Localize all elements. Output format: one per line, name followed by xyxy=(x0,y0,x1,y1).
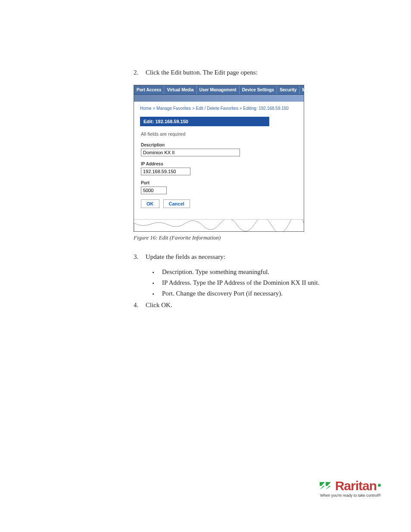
bullet-3-text: Port. Change the discovery Port (if nece… xyxy=(162,290,377,297)
bullet-description: ▪ Description. Type something meaningful… xyxy=(153,268,377,276)
edit-page-screenshot: Port Access Virtual Media User Managemen… xyxy=(134,85,304,232)
cancel-button[interactable]: Cancel xyxy=(163,199,190,208)
button-row: OK Cancel xyxy=(141,199,297,208)
step-2-text: Click the Edit button. The Edit page ope… xyxy=(146,69,377,76)
breadcrumb: Home > Manage Favorites > Edit / Delete … xyxy=(134,102,304,117)
step-3-text: Update the fields as necessary: xyxy=(146,253,377,261)
raritan-logo-icon xyxy=(318,479,335,492)
bullet-2-text: IP Address. Type the IP Address of the D… xyxy=(162,279,377,286)
tab-virtual-media[interactable]: Virtual Media xyxy=(164,85,196,94)
ok-button[interactable]: OK xyxy=(141,199,159,208)
tab-port-access[interactable]: Port Access xyxy=(134,85,164,94)
tab-security[interactable]: Security xyxy=(277,85,299,94)
bullet-glyph-icon: ▪ xyxy=(153,279,162,286)
figure-caption: Figure 16: Edit (Favorite Information) xyxy=(134,234,377,241)
bullet-glyph-icon: ▪ xyxy=(153,268,162,276)
step-2: 2. Click the Edit button. The Edit page … xyxy=(134,69,377,76)
brand-tagline: When you're ready to take control® xyxy=(318,493,381,498)
bullet-ip: ▪ IP Address. Type the IP Address of the… xyxy=(153,279,377,286)
label-ip: IP Address xyxy=(141,162,297,166)
brand-name: Raritan xyxy=(335,479,377,493)
bullet-glyph-icon: ▪ xyxy=(153,290,162,297)
label-port: Port xyxy=(141,180,297,185)
step-3-number: 3. xyxy=(134,253,146,261)
step-4: 4. Click OK. xyxy=(134,302,377,309)
tab-device-settings[interactable]: Device Settings xyxy=(240,85,277,94)
footer-logo: Raritan When you're ready to take contro… xyxy=(318,479,381,498)
tab-maint[interactable]: Maint xyxy=(300,85,315,94)
edit-panel: Edit: 192.168.59.150 All fields are requ… xyxy=(140,117,298,213)
description-field[interactable] xyxy=(141,149,240,156)
brand-dot-icon xyxy=(378,484,381,487)
step-4-text: Click OK. xyxy=(146,302,377,309)
label-description: Description xyxy=(141,143,297,147)
panel-title: Edit: 192.168.59.150 xyxy=(140,117,269,126)
bullet-port: ▪ Port. Change the discovery Port (if ne… xyxy=(153,290,377,297)
tab-user-management[interactable]: User Management xyxy=(197,85,240,94)
ip-address-field[interactable] xyxy=(141,168,190,175)
required-note: All fields are required xyxy=(141,131,297,137)
panel-body: All fields are required Description IP A… xyxy=(140,126,298,213)
tab-shadow xyxy=(134,95,304,102)
step-4-number: 4. xyxy=(134,302,146,309)
step-3: 3. Update the fields as necessary: xyxy=(134,253,377,261)
torn-edge xyxy=(134,219,304,231)
bullet-1-text: Description. Type something meaningful. xyxy=(162,268,377,276)
tab-bar: Port Access Virtual Media User Managemen… xyxy=(134,85,304,95)
port-field[interactable] xyxy=(141,187,167,194)
step-2-number: 2. xyxy=(134,69,146,76)
